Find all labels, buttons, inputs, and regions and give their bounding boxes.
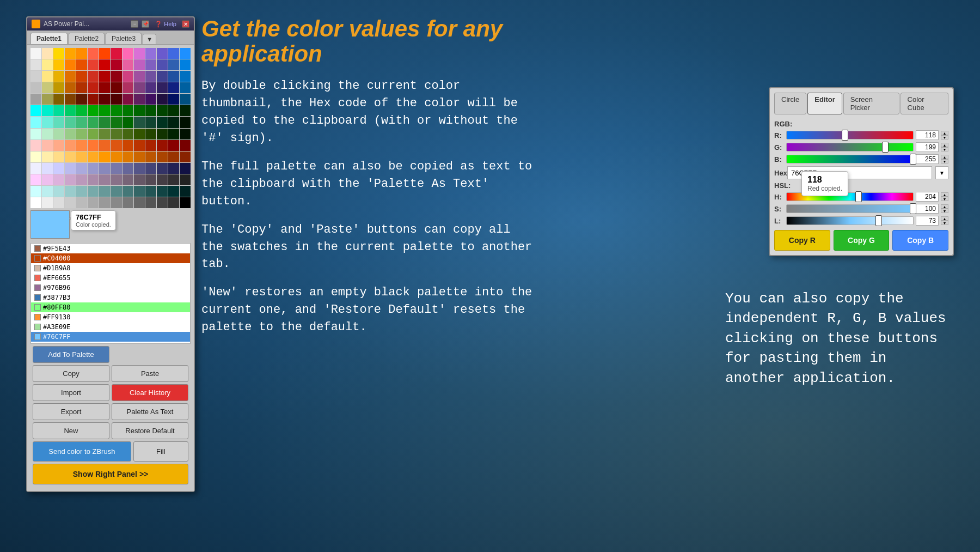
color-preview[interactable] <box>30 210 70 239</box>
color-cell[interactable] <box>168 94 179 105</box>
r-spinner-up[interactable]: ▲ <box>941 131 948 135</box>
color-cell[interactable] <box>122 117 133 128</box>
h-spinner-up[interactable]: ▲ <box>941 192 948 197</box>
list-item[interactable]: #FF9130 <box>31 312 190 322</box>
color-cell[interactable] <box>30 59 41 70</box>
color-cell[interactable] <box>30 71 41 82</box>
color-cell[interactable] <box>111 197 121 208</box>
color-cell[interactable] <box>145 82 156 93</box>
color-cell[interactable] <box>134 59 145 70</box>
color-cell[interactable] <box>88 105 99 116</box>
color-cell[interactable] <box>111 186 121 197</box>
color-cell[interactable] <box>122 186 133 197</box>
color-cell[interactable] <box>76 197 87 208</box>
color-cell[interactable] <box>53 174 64 185</box>
color-cell[interactable] <box>42 151 53 162</box>
r-slider-thumb[interactable] <box>842 130 848 141</box>
color-cell[interactable] <box>76 129 87 139</box>
tab-more-button[interactable]: ▼ <box>143 34 156 44</box>
color-cell[interactable] <box>88 151 99 162</box>
color-cell[interactable] <box>30 186 41 197</box>
color-cell[interactable] <box>157 186 168 197</box>
copy-r-button[interactable]: Copy R <box>774 230 830 251</box>
color-cell[interactable] <box>88 174 99 185</box>
color-cell[interactable] <box>76 163 87 174</box>
tab-palette2[interactable]: Palette2 <box>69 33 105 44</box>
color-cell[interactable] <box>134 105 145 116</box>
color-cell[interactable] <box>122 59 133 70</box>
color-cell[interactable] <box>99 129 110 139</box>
color-cell[interactable] <box>111 105 121 116</box>
color-cell[interactable] <box>99 197 110 208</box>
copy-button[interactable]: Copy <box>33 365 109 382</box>
color-cell[interactable] <box>180 140 191 151</box>
color-cell[interactable] <box>122 140 133 151</box>
color-cell[interactable] <box>65 48 76 59</box>
fill-button[interactable]: Fill <box>133 441 188 462</box>
color-cell[interactable] <box>99 82 110 93</box>
color-cell[interactable] <box>122 105 133 116</box>
color-cell[interactable] <box>99 94 110 105</box>
color-cell[interactable] <box>53 71 64 82</box>
color-cell[interactable] <box>180 105 191 116</box>
color-cell[interactable] <box>122 71 133 82</box>
color-cell[interactable] <box>145 48 156 59</box>
color-cell[interactable] <box>122 197 133 208</box>
color-cell[interactable] <box>42 197 53 208</box>
color-cell[interactable] <box>65 71 76 82</box>
color-cell[interactable] <box>42 186 53 197</box>
list-item[interactable]: #3877B3 <box>31 293 190 302</box>
color-cell[interactable] <box>111 82 121 93</box>
s-slider-thumb[interactable] <box>910 203 916 214</box>
color-cell[interactable] <box>88 94 99 105</box>
color-cell[interactable] <box>88 71 99 82</box>
color-cell[interactable] <box>122 48 133 59</box>
color-cell[interactable] <box>111 117 121 128</box>
color-cell[interactable] <box>42 105 53 116</box>
list-item[interactable]: #A3E09E <box>31 322 190 332</box>
color-cell[interactable] <box>65 163 76 174</box>
tab-palette1[interactable]: Palette1 <box>30 33 68 44</box>
color-cell[interactable] <box>53 151 64 162</box>
color-cell[interactable] <box>157 59 168 70</box>
restore-default-button[interactable]: Restore Default <box>112 422 188 439</box>
color-cell[interactable] <box>42 174 53 185</box>
list-item[interactable]: #9F5E43 <box>31 244 190 253</box>
color-cell[interactable] <box>65 117 76 128</box>
color-cell[interactable] <box>180 82 191 93</box>
color-cell[interactable] <box>53 197 64 208</box>
copy-b-button[interactable]: Copy B <box>892 230 948 251</box>
color-cell[interactable] <box>180 129 191 139</box>
palette-as-text-button[interactable]: Palette As Text <box>112 403 188 420</box>
color-cell[interactable] <box>180 117 191 128</box>
add-to-palette-button[interactable]: Add To Palette <box>33 346 109 363</box>
clear-history-button[interactable]: Clear History <box>112 384 188 401</box>
color-cell[interactable] <box>180 94 191 105</box>
color-cell[interactable] <box>53 94 64 105</box>
color-cell[interactable] <box>180 48 191 59</box>
color-cell[interactable] <box>99 186 110 197</box>
color-cell[interactable] <box>168 163 179 174</box>
color-cell[interactable] <box>76 186 87 197</box>
color-cell[interactable] <box>42 129 53 139</box>
color-cell[interactable] <box>145 140 156 151</box>
color-cell[interactable] <box>145 129 156 139</box>
color-cell[interactable] <box>30 48 41 59</box>
color-cell[interactable] <box>76 48 87 59</box>
color-cell[interactable] <box>111 94 121 105</box>
color-cell[interactable] <box>76 174 87 185</box>
color-cell[interactable] <box>30 94 41 105</box>
color-cell[interactable] <box>53 140 64 151</box>
color-cell[interactable] <box>65 59 76 70</box>
color-cell[interactable] <box>99 151 110 162</box>
color-cell[interactable] <box>99 174 110 185</box>
color-cell[interactable] <box>65 129 76 139</box>
color-cell[interactable] <box>53 48 64 59</box>
color-cell[interactable] <box>168 105 179 116</box>
color-cell[interactable] <box>65 82 76 93</box>
help-link[interactable]: ❓ Help <box>152 21 179 28</box>
color-cell[interactable] <box>76 117 87 128</box>
color-cell[interactable] <box>42 59 53 70</box>
color-cell[interactable] <box>99 105 110 116</box>
b-slider-track[interactable] <box>786 155 914 163</box>
